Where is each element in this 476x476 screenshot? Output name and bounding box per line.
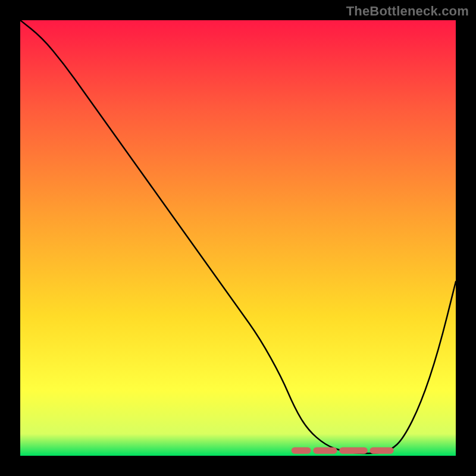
chart-container: TheBottleneck.com [0,0,476,476]
chart-svg [20,20,456,456]
bottleneck-chart [20,20,456,456]
gradient-background [20,20,456,456]
watermark: TheBottleneck.com [346,4,469,19]
